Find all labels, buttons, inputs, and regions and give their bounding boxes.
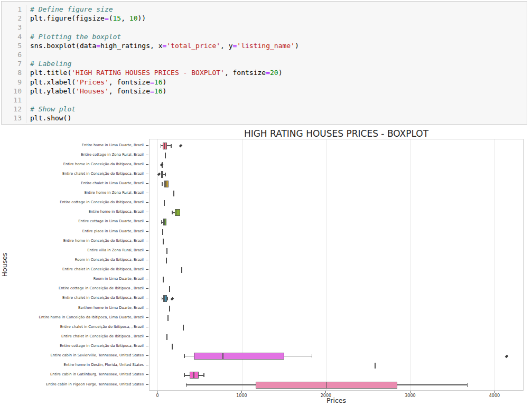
code-text [26, 50, 34, 59]
y-tick-mark [146, 288, 148, 289]
code-token: , fontsize [225, 69, 266, 77]
whisker-cap [184, 354, 185, 358]
code-line[interactable]: 7# Labeling [2, 59, 527, 68]
code-line[interactable]: 13plt.show() [2, 114, 527, 122]
code-text: plt.ylabel('Houses', fontsize=16) [26, 87, 166, 96]
code-token: 16 [154, 78, 163, 86]
y-tick-label: Entire cabin in Sevierville, Tennessee, … [0, 353, 144, 358]
x-tick-mark [494, 391, 494, 393]
y-tick-label: Entire chalet in Conceição de Ibitipoca … [0, 334, 144, 339]
whisker-cap [203, 373, 204, 377]
y-tick-label: Entire home in Conceição da Ibitipoca, L… [0, 315, 144, 320]
y-tick-mark [146, 241, 148, 241]
notebook-page: 1# Define figure size2plt.figure(figsize… [0, 0, 532, 406]
boxplot-median [164, 219, 165, 225]
code-line[interactable]: 11 [2, 96, 527, 105]
degenerate-box-line [181, 267, 182, 273]
code-cell[interactable]: 1# Define figure size2plt.figure(figsize… [1, 1, 527, 125]
boxplot-whisker [397, 384, 467, 385]
degenerate-box-line [165, 153, 166, 158]
degenerate-box-line [164, 200, 165, 206]
code-line[interactable]: 2plt.figure(figsize=(15, 10)) [2, 14, 527, 23]
boxplot-median [164, 295, 165, 302]
code-token: 'Prices' [76, 78, 109, 86]
x-tick-mark [410, 391, 410, 393]
code-line[interactable]: 6 [2, 50, 527, 59]
x-tick-label: 3000 [397, 393, 423, 398]
code-token: , y [220, 42, 232, 50]
y-tick-label: Entire cabin in Gatlinburg, Tennessee, U… [0, 372, 144, 377]
line-number: 7 [2, 59, 26, 68]
code-token: = [105, 14, 109, 22]
y-tick-mark [146, 374, 148, 375]
code-token: ( [109, 14, 113, 22]
y-tick-mark [146, 384, 148, 385]
degenerate-box-line [166, 258, 167, 263]
y-tick-label: Entire home in Zona Rural, Brazil [0, 191, 144, 195]
code-line[interactable]: 8plt.title('HIGH RATING HOUSES PRICES - … [2, 68, 527, 77]
y-tick-label: Entire chalet in Conceição da Ibitipoca,… [0, 296, 144, 300]
boxplot-median [193, 372, 194, 379]
whisker-cap [467, 383, 468, 387]
degenerate-box-line [166, 248, 167, 254]
line-number: 11 [2, 96, 26, 105]
boxplot-box [194, 353, 284, 360]
code-line[interactable]: 9plt.xlabel('Prices', fontsize=16) [2, 78, 527, 87]
y-tick-label: Entire home in Destin, Florida, United S… [0, 363, 144, 367]
y-tick-mark [146, 231, 148, 232]
code-editor[interactable]: 1# Define figure size2plt.figure(figsize… [2, 5, 527, 123]
code-token: plt.show() [30, 114, 71, 122]
code-token: = [150, 87, 154, 95]
whisker-cap [161, 220, 162, 224]
outlier-diamond [505, 354, 508, 358]
y-tick-label: Entire cottage in Lima Duarte, Brazil [0, 219, 144, 224]
line-number: 12 [2, 105, 26, 114]
degenerate-box-line [172, 344, 173, 350]
plot-area [149, 139, 524, 391]
line-number: 4 [2, 32, 26, 41]
boxplot-median [326, 382, 328, 389]
code-line[interactable]: 4# Plotting the boxplot [2, 32, 527, 41]
degenerate-box-line [173, 191, 174, 196]
code-token: = [266, 69, 270, 77]
whisker-cap [312, 354, 313, 358]
boxplot-median [165, 181, 166, 187]
y-tick-mark [146, 250, 148, 251]
code-line[interactable]: 1# Define figure size [2, 5, 527, 14]
boxplot-whisker [184, 375, 190, 376]
y-tick-mark [146, 202, 148, 203]
line-number: 8 [2, 68, 26, 77]
outlier-diamond [170, 297, 174, 301]
degenerate-box-line [167, 315, 169, 321]
code-text: # Plotting the boxplot [26, 32, 121, 41]
y-tick-mark [146, 212, 148, 212]
y-tick-label: Entire cottage in Zona Rural, Brazil [0, 153, 144, 157]
y-tick-label: Entire villa in Zona Rural, Brazil [0, 248, 144, 253]
code-line[interactable]: 12# Show plot [2, 105, 527, 114]
code-token: plt.xlabel( [30, 78, 76, 86]
code-token: = [150, 78, 154, 86]
gridline [326, 139, 326, 390]
code-line[interactable]: 10plt.ylabel('Houses', fontsize=16) [2, 87, 527, 96]
whisker-cap [172, 211, 173, 214]
whisker-cap [184, 373, 185, 377]
code-token: # Plotting the boxplot [30, 33, 121, 41]
y-tick-mark [146, 174, 148, 174]
x-tick-mark [325, 391, 326, 393]
code-token: 'listing_name' [237, 42, 295, 50]
y-tick-label: Room in Lima Duarte, Brazil [0, 277, 144, 281]
y-tick-label: Entire home in Lima Duarte, Brazil [0, 143, 144, 148]
code-line[interactable]: 3 [2, 23, 527, 32]
gridline [157, 139, 158, 390]
y-tick-label: Entire cottage in Conceição do Ibitipoca… [0, 200, 144, 205]
y-tick-mark [146, 355, 148, 356]
code-token: # Labeling [30, 60, 71, 68]
code-line[interactable]: 5sns.boxplot(data=high_ratings, x='total… [2, 41, 527, 50]
degenerate-box-line [183, 325, 184, 331]
y-tick-label: Entire cottage in Conceição de Ibitipoca… [0, 286, 144, 291]
code-token: 16 [154, 87, 163, 95]
y-tick-mark [146, 269, 148, 270]
whisker-cap [165, 173, 166, 176]
y-tick-label: Entire home in Conceição do Ibitipoca, B… [0, 239, 144, 243]
code-text: # Labeling [26, 59, 71, 68]
